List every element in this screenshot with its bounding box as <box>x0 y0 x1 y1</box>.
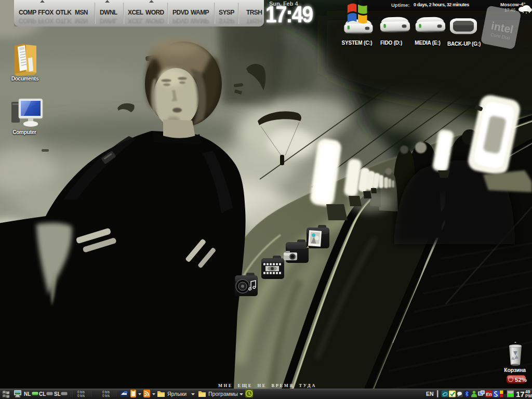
svg-text:Ярлыки: Ярлыки <box>167 391 187 397</box>
svg-text:En: En <box>486 392 493 397</box>
svg-text:0 b/s: 0 b/s <box>77 390 85 394</box>
svg-text:52%: 52% <box>515 377 527 383</box>
svg-text:Программы: Программы <box>208 391 238 397</box>
svg-text:0 b/s: 0 b/s <box>102 390 110 394</box>
svg-text:CL: CL <box>39 391 46 397</box>
svg-text:17: 17 <box>516 390 525 398</box>
svg-text:0 b/s: 0 b/s <box>102 394 110 397</box>
svg-text:EN: EN <box>426 391 434 397</box>
svg-text:PM: PM <box>525 393 532 398</box>
svg-text:NL: NL <box>24 391 31 397</box>
svg-text:0 b/s: 0 b/s <box>77 394 85 397</box>
svg-text:SL: SL <box>54 391 61 397</box>
